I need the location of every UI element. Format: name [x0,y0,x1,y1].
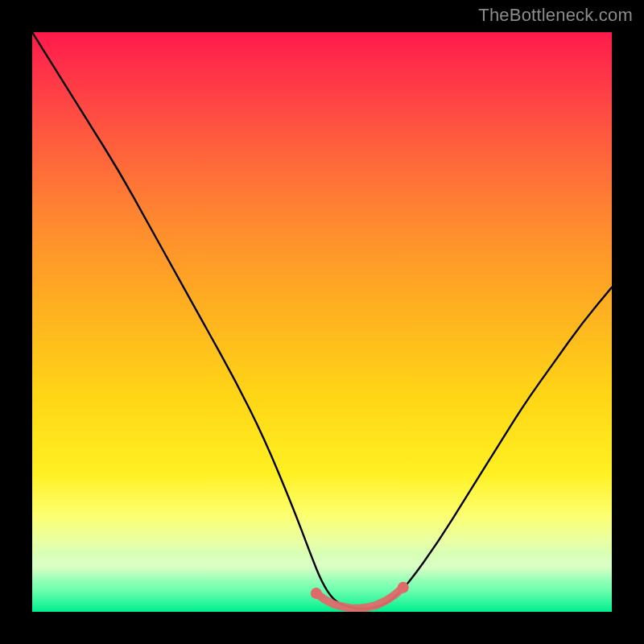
highlight-dot [398,582,409,593]
curve-svg [32,32,612,612]
chart-frame: TheBottleneck.com [0,0,644,644]
highlight-path [316,588,403,609]
watermark-text: TheBottleneck.com [478,5,633,26]
bottleneck-curve [32,32,612,609]
highlight-dot [311,588,322,599]
plot-area [32,32,612,612]
